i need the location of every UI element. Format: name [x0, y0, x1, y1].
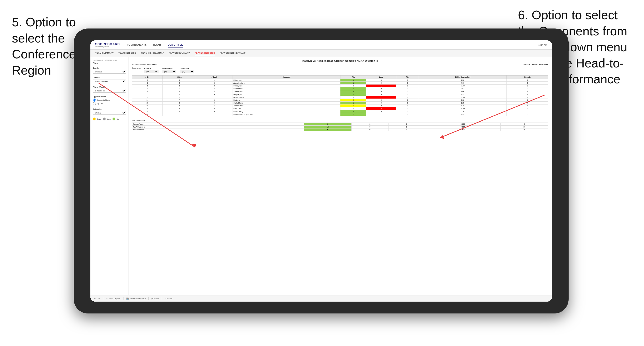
cell-loss: 1 — [366, 85, 396, 87]
toolbar-divider-3 — [148, 297, 149, 300]
cell-ood-rounds: 2 — [500, 123, 548, 126]
region-select[interactable]: (All) — [144, 70, 158, 73]
colour-by-section: Colour by Win/loss — [93, 108, 126, 115]
cell-win: 1 — [340, 79, 366, 82]
nav-tournaments[interactable]: TOURNAMENTS — [127, 42, 147, 47]
subnav-team-h2h-grid[interactable]: TEAM H2H GRID — [118, 51, 136, 55]
cell-rounds: 3 — [507, 93, 548, 96]
cell-conf: 1 — [196, 79, 232, 82]
subnav-player-h2h-heatmap[interactable]: PLAYER H2H HEATMAP — [220, 51, 246, 55]
cell-reg: 8 — [163, 102, 196, 105]
table-row: 14 7 4 Eunice Yi 2 2 0 0.38 9 — [132, 99, 548, 102]
cell-conf: 3 — [196, 85, 232, 87]
watch-label: Watch — [154, 298, 159, 300]
cell-ood-opponent: Foreign Team — [132, 123, 304, 126]
cell-tie: 0 — [396, 82, 419, 85]
player-rank-select[interactable]: 8. Katelyn Vo — [93, 89, 126, 93]
share-icon: ↗ — [165, 298, 166, 300]
player-section: Player — [93, 62, 126, 64]
cell-opponent: Euna Lee — [232, 107, 340, 110]
cell-reg: 1 — [163, 96, 196, 99]
legend-level-label: Level — [107, 118, 111, 120]
toolbar-redo[interactable]: ↪ — [98, 298, 100, 300]
cell-tie: 0 — [396, 113, 419, 116]
cell-ood-rounds: 10 — [500, 129, 548, 131]
cell-reg: 7 — [163, 99, 196, 102]
cell-conf: 4 — [196, 87, 232, 90]
toolbar-view-original[interactable]: 👁 View: Original — [106, 298, 120, 300]
player-rank-section: Player (Rank) 8. Katelyn Vo — [93, 86, 126, 93]
cell-div: 16 — [132, 105, 163, 107]
powered-by: Powered by clippd — [95, 46, 120, 47]
toolbar-save-custom[interactable]: 💾 Save Custom View — [126, 298, 145, 300]
subnav-player-h2h-grid[interactable]: PLAYER H2H GRID — [194, 51, 215, 55]
col-tie: Tie — [396, 76, 419, 79]
cell-loss: 1 — [366, 96, 396, 99]
cell-diff: -1.00 — [419, 85, 507, 87]
content-area: Katelyn Vo Head-to-Head Grid for Women's… — [128, 57, 552, 302]
cell-conf: 3 — [196, 90, 232, 93]
out-of-division-header: Out of division — [132, 119, 548, 122]
nav-committee[interactable]: COMMITTEE — [168, 42, 183, 47]
cell-reg: 3 — [163, 79, 196, 82]
cell-diff: -3.00 — [419, 96, 507, 99]
cell-conf: 5 — [196, 102, 232, 105]
radio-top100[interactable]: Top 100 — [93, 102, 126, 105]
records-row: Overall Record: 353 - 34 - 6 Division Re… — [132, 63, 548, 65]
legend-down-label: Down — [97, 118, 101, 120]
cell-rounds: 3 — [507, 82, 548, 85]
cell-tie: 0 — [396, 110, 419, 113]
sign-out[interactable]: Sign out — [538, 44, 547, 46]
cell-loss: 0 — [366, 90, 396, 93]
col-win: Win — [340, 76, 366, 79]
colour-by-select[interactable]: Win/loss — [93, 111, 126, 115]
division-section: Division NCAA Division III — [93, 76, 126, 83]
opponent-view-radio-group: Opponents Played Top 100 — [93, 99, 126, 105]
table-row: 15 8 5 Stella Cheng 1 0 0 1.25 4 — [132, 102, 548, 105]
out-of-division-row: Foreign Team 1 0 0 4.500 2 — [132, 123, 548, 126]
cell-tie: 0 — [396, 93, 419, 96]
cell-win: 1 — [340, 82, 366, 85]
scoreboard-logo: SCOREBOARD Powered by clippd — [95, 42, 120, 47]
cell-diff: 0.38 — [419, 99, 507, 102]
division-select[interactable]: NCAA Division III — [93, 80, 126, 83]
toolbar-watch[interactable]: ▶ Watch — [152, 298, 159, 300]
subnav-team-summary[interactable]: TEAM SUMMARY — [95, 51, 114, 55]
cell-diff: 4.00 — [419, 90, 507, 93]
cell-reg: 1 — [163, 87, 196, 90]
cell-rounds: 4 — [507, 102, 548, 105]
col-conf: # Conf — [196, 76, 232, 79]
toolbar-divider-2 — [123, 297, 124, 300]
gender-select[interactable]: Women's — [93, 70, 126, 74]
col-reg: # Reg — [163, 76, 196, 79]
cell-win: 2 — [340, 99, 366, 102]
cell-conf: 1 — [196, 96, 232, 99]
cell-loss: 2 — [366, 105, 396, 107]
radio-opponents-played[interactable]: Opponents Played — [93, 99, 126, 102]
cell-conf: 2 — [196, 107, 232, 110]
cell-loss: 0 — [366, 82, 396, 85]
subnav-team-h2h-heatmap[interactable]: TEAM H2H HEATMAP — [141, 51, 164, 55]
table-row: 13 1 1 Jessica Huang 0 1 0 -3.00 2 — [132, 96, 548, 99]
toolbar-share[interactable]: ↗ Share — [165, 298, 172, 300]
cell-conf: 5 — [196, 93, 232, 96]
table-row: 19 10 6 Emily Chang 4 0 0 0.30 11 — [132, 110, 548, 113]
overall-record-value: 353 - 34 - 6 — [147, 63, 156, 65]
toolbar-undo[interactable]: ↩ — [94, 298, 96, 300]
nav-teams[interactable]: TEAMS — [153, 42, 162, 47]
cell-ood-diff: 7.400 — [425, 129, 500, 131]
cell-conf: 2 — [196, 82, 232, 85]
cell-div: 13 — [132, 96, 163, 99]
view-original-icon: 👁 — [106, 298, 108, 300]
col-loss: Loss — [366, 76, 396, 79]
opponent-select[interactable]: (All) — [180, 70, 194, 73]
col-rounds: Rounds — [507, 76, 548, 79]
conference-select[interactable]: (All) — [162, 70, 176, 73]
cell-tie: 0 — [396, 99, 419, 102]
cell-rounds: 7 — [507, 105, 548, 107]
toolbar-divider-1 — [103, 297, 103, 300]
last-updated: Last Updated: 27/03/2024 14:34 — [93, 59, 126, 61]
subnav-player-summary[interactable]: PLAYER SUMMARY — [169, 51, 190, 55]
cell-opponent: Andrea York — [232, 90, 340, 93]
cell-opponent: Sharon Mun — [232, 87, 340, 90]
